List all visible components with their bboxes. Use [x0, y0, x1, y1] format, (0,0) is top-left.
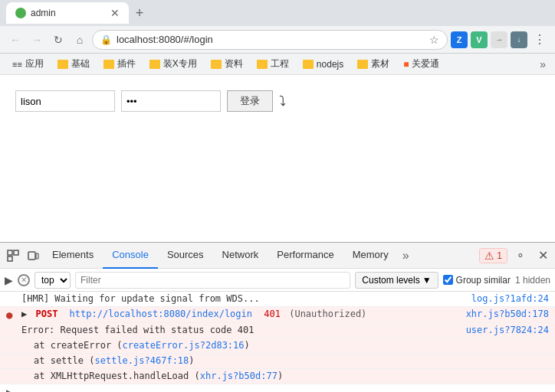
post-method: POST	[35, 309, 57, 319]
group-similar-label[interactable]: Group similar	[443, 275, 511, 286]
devtools-tabs-more-button[interactable]: »	[398, 249, 414, 263]
group-similar-checkbox[interactable]	[443, 275, 453, 285]
bookmark-engineering-label: 工程	[271, 57, 289, 70]
tab-elements[interactable]: Elements	[43, 243, 103, 269]
triangle-icon: ▶	[21, 309, 27, 319]
bookmarks-more-button[interactable]: »	[537, 57, 549, 72]
error-badge[interactable]: ⚠ 1	[479, 248, 507, 263]
status-code: 401	[264, 309, 281, 319]
bookmark-basics-label: 基础	[71, 57, 90, 70]
bookmark-assets-label: 素材	[371, 57, 389, 70]
new-tab-button[interactable]: +	[129, 2, 150, 24]
ext-z-icon[interactable]: Z	[451, 31, 468, 48]
device-toggle-button[interactable]	[23, 246, 43, 266]
browser-more-button[interactable]: ⋮	[530, 31, 549, 48]
chevron-down-icon: ▼	[422, 275, 432, 286]
console-prompt-arrow[interactable]: ▶	[5, 274, 13, 286]
nav-bar: ← → ↻ ⌂ 🔒 localhost:8080/#/login ☆ Z V →…	[0, 26, 555, 54]
page-content: 登录 ⤵	[0, 75, 555, 242]
devtools-panel: Elements Console Sources Network Perform…	[0, 242, 555, 392]
bookmark-love-label: 关爱通	[412, 57, 439, 70]
inspect-icon	[7, 250, 19, 262]
console-filter-bar: ▶ ✕ top Custom levels ▼ Group similar 1 …	[0, 269, 555, 292]
bookmark-nodejs-label: nodejs	[317, 59, 343, 70]
bookmark-assets[interactable]: 素材	[351, 56, 396, 72]
inspect-element-button[interactable]	[3, 246, 23, 266]
bookmark-info-label: 资料	[225, 57, 243, 70]
folder-icon	[303, 60, 314, 69]
hmr-text: [HMR] Waiting for update signal from WDS…	[21, 293, 471, 304]
bookmark-star-icon[interactable]: ☆	[429, 34, 439, 46]
forward-button[interactable]: →	[28, 31, 46, 49]
console-prompt-line: ▶	[0, 384, 555, 392]
tab-performance[interactable]: Performance	[268, 243, 343, 269]
bookmark-engineering[interactable]: 工程	[251, 56, 295, 72]
post-url-link[interactable]: http://localhost:8080/index/login	[70, 309, 252, 319]
devtools-tabs: Elements Console Sources Network Perform…	[43, 243, 479, 269]
error-circle-icon: ⚠	[484, 250, 494, 262]
clear-console-button[interactable]: ✕	[18, 274, 30, 286]
console-line-post: ● ▶ POST http://localhost:8080/index/log…	[0, 307, 555, 323]
xhr-link[interactable]: xhr.js?b50d:77	[200, 371, 278, 381]
ext-v-icon[interactable]: V	[471, 31, 488, 48]
error-detail-file-link[interactable]: user.js?7824:24	[466, 325, 549, 335]
extension-icons: Z V → ↓	[451, 31, 527, 48]
bookmark-nodejs[interactable]: nodejs	[297, 57, 350, 71]
bookmark-plugins[interactable]: 插件	[97, 56, 142, 72]
folder-icon	[357, 60, 368, 69]
login-button[interactable]: 登录	[227, 90, 273, 112]
tab-sources[interactable]: Sources	[158, 243, 213, 269]
settle-link[interactable]: settle.js?467f:18	[94, 355, 189, 366]
stack-1-text: at createError (createError.js?2d83:16)	[34, 340, 549, 351]
svg-rect-1	[14, 250, 18, 255]
prompt-arrow-icon: ▶	[6, 386, 12, 392]
tab-title: admin	[31, 8, 106, 18]
tab-memory[interactable]: Memory	[343, 243, 398, 269]
console-line-stack-1: at createError (createError.js?2d83:16)	[0, 338, 555, 354]
devtools-toolbar: Elements Console Sources Network Perform…	[0, 243, 555, 269]
bookmark-basics[interactable]: 基础	[51, 56, 96, 72]
svg-rect-0	[8, 250, 12, 255]
home-button[interactable]: ⌂	[71, 31, 89, 49]
bookmark-love[interactable]: ■ 关爱通	[397, 56, 445, 72]
tab-console[interactable]: Console	[103, 243, 158, 269]
group-similar-text: Group similar	[456, 275, 511, 286]
bookmarks-bar: ≡≡ 应用 基础 插件 装X专用 资料 工程 nodejs 素材	[0, 54, 555, 75]
post-file-link[interactable]: xhr.js?b50d:178	[466, 309, 549, 319]
hidden-badge: 1 hidden	[515, 275, 550, 286]
filter-input[interactable]	[75, 272, 350, 289]
console-line-error-detail: Error: Request failed with status code 4…	[0, 323, 555, 338]
bookmark-info[interactable]: 资料	[205, 56, 249, 72]
create-error-link[interactable]: createError.js?2d83:16	[123, 340, 245, 351]
tab-network[interactable]: Network	[213, 243, 268, 269]
address-bar[interactable]: 🔒 localhost:8080/#/login ☆	[92, 30, 448, 50]
context-select[interactable]: top	[34, 272, 71, 289]
ext-b-icon[interactable]: →	[491, 31, 507, 48]
devtools-settings-button[interactable]: ⚬	[511, 246, 530, 266]
devtools-close-button[interactable]: ✕	[534, 247, 552, 265]
folder-icon	[57, 60, 68, 69]
active-tab[interactable]: admin ✕	[6, 2, 129, 24]
folder-icon	[257, 60, 268, 69]
svg-rect-2	[8, 256, 12, 261]
folder-icon	[103, 60, 114, 69]
hmr-file-link[interactable]: log.js?1afd:24	[471, 293, 549, 304]
error-gutter: ●	[6, 309, 21, 321]
bookmark-apps[interactable]: ≡≡ 应用	[6, 56, 50, 72]
bookmark-apps-label: 应用	[25, 57, 44, 70]
back-button[interactable]: ←	[6, 31, 25, 49]
svg-rect-4	[36, 253, 38, 259]
custom-levels-button[interactable]: Custom levels ▼	[355, 272, 438, 289]
bookmark-install-x[interactable]: 装X专用	[143, 56, 203, 72]
console-line-hmr: [HMR] Waiting for update signal from WDS…	[0, 292, 555, 307]
status-text: (Unauthorized)	[289, 309, 366, 319]
reload-button[interactable]: ↻	[49, 31, 67, 49]
tab-close-button[interactable]: ✕	[110, 7, 120, 19]
username-input[interactable]	[15, 90, 115, 112]
password-input[interactable]	[121, 90, 221, 112]
tab-bar: admin ✕ +	[0, 0, 555, 26]
ext-d-icon[interactable]: ↓	[511, 31, 527, 48]
bookmark-install-x-label: 装X专用	[163, 57, 197, 70]
custom-levels-label: Custom levels	[362, 275, 419, 286]
folder-icon	[211, 60, 222, 69]
